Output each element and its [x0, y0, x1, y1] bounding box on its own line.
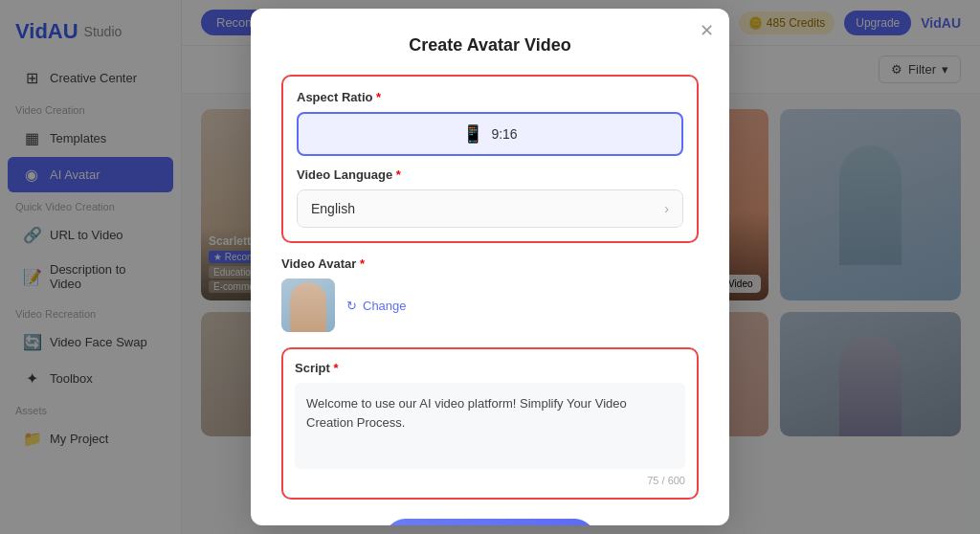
change-avatar-button[interactable]: ↻ Change	[346, 299, 407, 313]
video-language-label: Video Language *	[297, 167, 683, 182]
language-selector[interactable]: English ›	[297, 189, 683, 228]
modal-title: Create Avatar Video	[281, 35, 699, 56]
generate-avatar-video-button[interactable]: Generate avatar video	[385, 519, 595, 525]
script-content: Welcome to use our AI video platform! Si…	[306, 396, 627, 430]
aspect-value: 9:16	[491, 126, 517, 142]
aspect-ratio-label: Aspect Ratio *	[297, 90, 683, 104]
script-label: Script *	[295, 361, 685, 375]
char-count: 75 / 600	[295, 475, 685, 486]
video-avatar-label: Video Avatar *	[281, 256, 699, 271]
modal-close-button[interactable]: ✕	[700, 22, 714, 39]
language-value: English	[311, 201, 355, 216]
aspect-ratio-selector[interactable]: 📱 9:16	[297, 112, 683, 156]
change-label: Change	[363, 299, 407, 313]
avatar-row: ↻ Change	[281, 278, 699, 332]
script-textarea[interactable]: Welcome to use our AI video platform! Si…	[295, 383, 685, 469]
refresh-icon: ↻	[346, 299, 357, 313]
avatar-thumbnail	[281, 278, 335, 332]
phone-icon: 📱	[462, 123, 483, 145]
avatar-image	[281, 278, 335, 332]
chevron-right-icon: ›	[664, 201, 669, 216]
create-avatar-modal: ✕ Create Avatar Video Aspect Ratio * 📱 9…	[251, 9, 729, 525]
